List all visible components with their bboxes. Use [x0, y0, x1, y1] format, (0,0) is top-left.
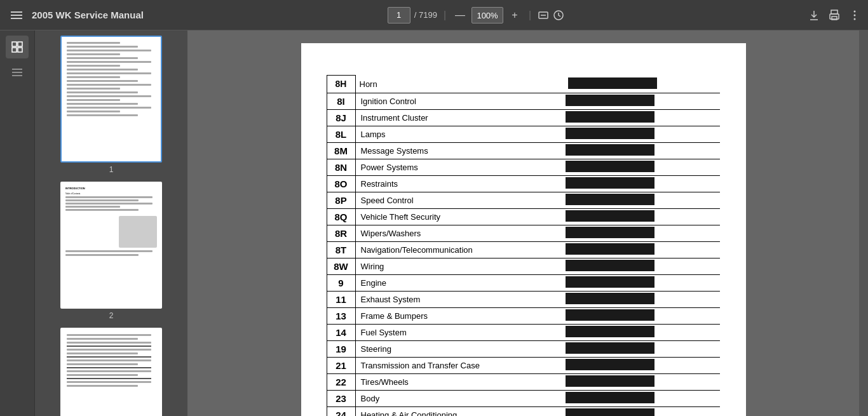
- toolbar-right: [808, 10, 860, 21]
- svg-point-8: [853, 14, 855, 16]
- fit-page-button[interactable]: [538, 10, 549, 21]
- toc-row-8M: 8M Message Systems: [327, 142, 720, 159]
- toc-row-9: 9 Engine: [327, 274, 720, 291]
- outline-view-button[interactable]: [6, 61, 29, 84]
- toc-row-11: 11 Exhaust System: [327, 291, 720, 307]
- zoom-display: 100%: [471, 7, 503, 23]
- main-content: 1 INTRODUCTION Table of Contents: [0, 30, 868, 416]
- right-scrollbar[interactable]: [859, 30, 868, 416]
- zoom-in-button[interactable]: +: [507, 8, 522, 23]
- svg-rect-4: [831, 10, 837, 14]
- separator-2: |: [529, 10, 531, 21]
- toolbar: 2005 WK Service Manual / 7199 | — 100% +…: [0, 0, 868, 30]
- toc-row-24: 24 Heating & Air Conditioning: [327, 406, 720, 416]
- toc-row-8P: 8P Speed Control: [327, 192, 720, 208]
- history-button[interactable]: [553, 10, 564, 21]
- svg-rect-11: [18, 42, 22, 46]
- svg-rect-12: [12, 48, 17, 52]
- page-content: 8H Horn 8I Ignition Control 8J Instrumen…: [301, 43, 746, 416]
- toc-row-23: 23 Body: [327, 390, 720, 406]
- thumb-label-2: 2: [109, 311, 114, 320]
- thumbnail-2[interactable]: INTRODUCTION Table of Contents: [40, 182, 182, 320]
- separator-1: |: [444, 10, 446, 21]
- thumb-frame-3: [60, 328, 162, 416]
- svg-rect-10: [12, 42, 17, 46]
- svg-point-7: [853, 10, 855, 12]
- thumb-frame-2: INTRODUCTION Table of Contents: [60, 182, 162, 309]
- page-total: / 7199: [414, 10, 437, 20]
- toc-row-8h: 8H Horn: [327, 76, 720, 93]
- toc-row-19: 19 Steering: [327, 340, 720, 357]
- toc-table: 8H Horn 8I Ignition Control 8J Instrumen…: [327, 75, 721, 416]
- thumbnail-panel: 1 INTRODUCTION Table of Contents: [35, 30, 187, 416]
- thumbnail-1[interactable]: 1: [40, 36, 182, 174]
- toc-row-14: 14 Fuel System: [327, 324, 720, 340]
- toc-row-8N: 8N Power Systems: [327, 159, 720, 175]
- toc-row-8L: 8L Lamps: [327, 126, 720, 142]
- more-button[interactable]: [849, 10, 860, 21]
- thumbnail-view-button[interactable]: [6, 36, 29, 58]
- toc-row-8O: 8O Restraints: [327, 175, 720, 192]
- toc-row-8W: 8W Wiring: [327, 258, 720, 274]
- thumbnail-3[interactable]: 3: [40, 328, 182, 416]
- toc-row-13: 13 Frame & Bumpers: [327, 307, 720, 324]
- app-title: 2005 WK Service Manual: [32, 10, 144, 20]
- toc-row-8J: 8J Instrument Cluster: [327, 109, 720, 126]
- toc-row-22: 22 Tires/Wheels: [327, 373, 720, 390]
- svg-point-9: [853, 18, 855, 20]
- zoom-out-button[interactable]: —: [452, 8, 468, 23]
- icon-sidebar: [0, 30, 35, 416]
- thumb-frame-1: [60, 36, 162, 163]
- print-button[interactable]: [829, 10, 840, 21]
- thumb-label-1: 1: [109, 165, 114, 174]
- svg-rect-13: [18, 48, 22, 52]
- toc-row-8T: 8T Navigation/Telecommunication: [327, 241, 720, 258]
- svg-rect-6: [832, 17, 837, 20]
- hamburger-button[interactable]: [8, 6, 25, 24]
- toc-row-8I: 8I Ignition Control: [327, 93, 720, 109]
- page-input[interactable]: [388, 7, 410, 23]
- toolbar-left: 2005 WK Service Manual: [8, 6, 144, 24]
- toolbar-center: / 7199 | — 100% + |: [388, 7, 564, 23]
- toc-row-8R: 8R Wipers/Washers: [327, 225, 720, 241]
- doc-area[interactable]: 8H Horn 8I Ignition Control 8J Instrumen…: [187, 30, 859, 416]
- toc-row-21: 21 Transmission and Transfer Case: [327, 357, 720, 373]
- download-button[interactable]: [808, 10, 820, 21]
- toc-row-8Q: 8Q Vehicle Theft Security: [327, 208, 720, 225]
